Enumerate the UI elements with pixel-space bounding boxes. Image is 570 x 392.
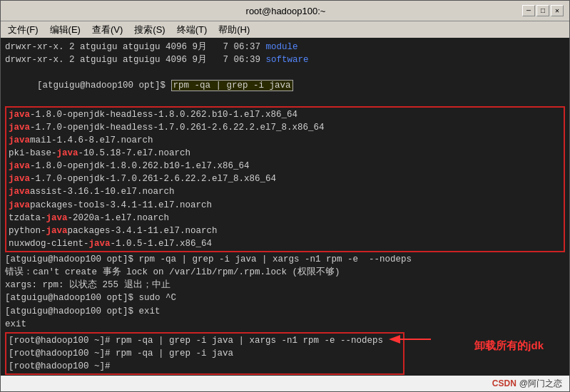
menubar: 文件(F) 编辑(E) 查看(V) 搜索(S) 终端(T) 帮助(H) xyxy=(1,21,569,38)
terminal-window: root@hadoop100:~ ─ □ ✕ 文件(F) 编辑(E) 查看(V)… xyxy=(0,0,570,392)
result-line-5: java-1.8.0-openjdk-1.8.0.262.b10-1.el7.x… xyxy=(9,160,561,172)
error-line-2: xargs: rpm: 以状态 255 退出；中止 xyxy=(5,279,565,292)
exit-cmd-line: [atguigu@hadoop100 opt]$ exit xyxy=(5,305,565,318)
menu-file[interactable]: 文件(F) xyxy=(4,22,43,38)
menu-search[interactable]: 搜索(S) xyxy=(130,22,169,38)
java-results-box: java-1.8.0-openjdk-headless-1.8.0.262.b1… xyxy=(5,106,565,252)
root-cmd-2: [root@hadoop100 ~]# rpm -qa | grep -i ja… xyxy=(9,347,401,360)
result-line-8: javapackages-tools-3.4.1-11.el7.noarch xyxy=(9,199,561,212)
brand-logo: CSDN xyxy=(492,378,516,388)
titlebar: root@hadoop100:~ ─ □ ✕ xyxy=(1,1,569,21)
result-line-9: tzdata-java-2020a-1.el7.noarch xyxy=(9,212,561,225)
result-line-11: nuxwdog-client-java-1.0.5-1.el7.x86_64 xyxy=(9,237,561,250)
error-cmd-line: [atguigu@hadoop100 opt]$ rpm -qa | grep … xyxy=(5,253,565,266)
root-cmd-3: [root@hadoop100 ~]# xyxy=(9,360,401,373)
dir-line-software: drwxr-xr-x. 2 atguigu atguigu 4096 9月 7 … xyxy=(5,53,565,66)
result-line-1: java-1.8.0-openjdk-headless-1.8.0.262.b1… xyxy=(9,108,561,121)
maximize-button[interactable]: □ xyxy=(536,5,549,16)
result-line-3: javamail-1.4.6-8.el7.noarch xyxy=(9,134,561,147)
root-cmd-1: [root@hadoop100 ~]# rpm -qa | grep -i ja… xyxy=(9,334,401,347)
result-line-7: javaassist-3.16.1-10.el7.noarch xyxy=(9,185,561,198)
minimize-button[interactable]: ─ xyxy=(522,5,535,16)
exit-text: exit xyxy=(5,318,565,331)
sudo-line: [atguigu@hadoop100 opt]$ sudo ^C xyxy=(5,292,565,304)
footer: CSDN @阿门之恋 xyxy=(1,376,569,391)
result-line-2: java-1.7.0-openjdk-headless-1.7.0.261-2.… xyxy=(9,121,561,134)
menu-edit[interactable]: 编辑(E) xyxy=(46,22,85,38)
terminal-body[interactable]: drwxr-xr-x. 2 atguigu atguigu 4096 9月 7 … xyxy=(1,38,569,376)
result-line-10: python-javapackages-3.4.1-11.el7.noarch xyxy=(9,225,561,237)
result-line-4: pki-base-java-10.5.18-7.el7.noarch xyxy=(9,147,561,160)
window-controls[interactable]: ─ □ ✕ xyxy=(522,5,564,16)
menu-terminal[interactable]: 终端(T) xyxy=(173,22,212,38)
footer-user: @阿门之恋 xyxy=(519,378,562,390)
menu-help[interactable]: 帮助(H) xyxy=(214,22,254,38)
close-button[interactable]: ✕ xyxy=(551,5,564,16)
annotation-label: 卸载所有的jdk xyxy=(474,338,544,354)
result-line-6: java-1.7.0-openjdk-1.7.0.261-2.6.22.2.el… xyxy=(9,172,561,185)
error-line-1: 错误：can't create 事务 lock on /var/lib/rpm/… xyxy=(5,266,565,279)
dir-line-module: drwxr-xr-x. 2 atguigu atguigu 4096 9月 7 … xyxy=(5,41,565,53)
bottom-section: [root@hadoop100 ~]# rpm -qa | grep -i ja… xyxy=(5,332,565,375)
window-title: root@hadoop100:~ xyxy=(49,6,522,16)
root-commands-box: [root@hadoop100 ~]# rpm -qa | grep -i ja… xyxy=(5,332,404,375)
cmd-line-grep: [atguigu@hadoop100 opt]$ rpm -qa | grep … xyxy=(5,66,565,105)
menu-view[interactable]: 查看(V) xyxy=(88,22,127,38)
